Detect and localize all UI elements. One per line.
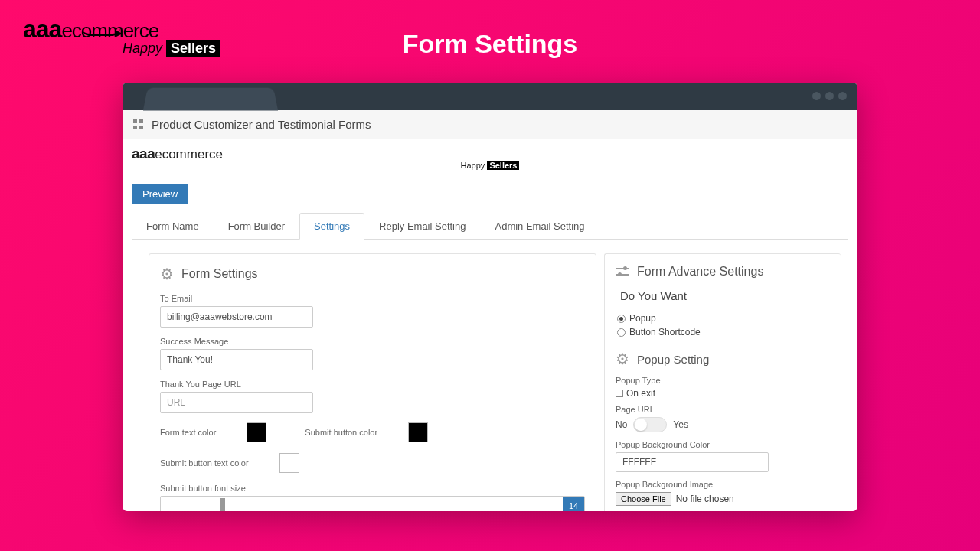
to-email-input[interactable] [160,306,313,328]
form-text-color-swatch[interactable] [247,422,266,442]
page-url-toggle[interactable] [633,417,667,432]
advance-settings-panel: Form Advance Settings Do You Want Popup … [604,253,841,511]
sliders-icon [616,266,629,277]
font-size-label: Submit button font size [160,484,585,493]
tab-admin-email[interactable]: Admin Email Setting [480,213,599,240]
popup-setting-title: Popup Setting [637,353,709,366]
checkbox-icon [616,390,623,397]
preview-button[interactable]: Preview [132,184,188,204]
page-url-label: Page URL [616,405,836,414]
smile-icon [82,28,120,36]
choose-file-button[interactable]: Choose File [616,492,671,506]
popup-bg-color-input[interactable] [616,452,769,472]
file-status-text: No file chosen [676,494,734,504]
font-size-slider[interactable]: 14 [160,496,585,511]
font-size-value: 14 [563,497,584,511]
tab-reply-email[interactable]: Reply Email Setting [364,213,480,240]
tab-form-name[interactable]: Form Name [132,213,214,240]
tab-settings[interactable]: Settings [299,213,364,240]
submit-text-color-label: Submit button text color [160,458,249,468]
inner-brand-logo: aaaecommerce Happy Sellers [132,145,848,170]
logo-sellers: Sellers [166,40,220,57]
thankyou-url-input[interactable] [160,392,313,413]
submit-text-color-swatch[interactable] [279,453,299,473]
popup-type-label: Popup Type [616,376,836,385]
toggle-no-label: No [616,419,627,430]
toggle-yes-label: Yes [673,419,688,430]
gear-icon: ⚙ [160,265,174,283]
advance-settings-title: Form Advance Settings [637,265,763,279]
radio-icon [617,315,626,323]
browser-tab[interactable] [143,88,278,111]
gear-icon: ⚙ [616,350,629,368]
tab-form-builder[interactable]: Form Builder [214,213,299,240]
popup-bg-image-label: Popup Background Image [616,480,836,489]
popup-bg-color-label: Popup Background Color [616,440,836,449]
window-controls[interactable] [812,92,847,100]
app-grid-icon [133,119,144,130]
to-email-label: To Email [160,294,585,303]
do-you-want-heading: Do You Want [620,289,836,302]
submit-button-color-swatch[interactable] [408,422,428,442]
submit-button-color-label: Submit button color [305,428,377,437]
radio-shortcode[interactable]: Button Shortcode [617,327,836,337]
form-settings-panel: ⚙ Form Settings To Email Success Message… [149,253,596,511]
radio-icon [617,328,626,337]
app-header: Product Customizer and Testimonial Forms [122,110,858,139]
brand-logo: aaaecommerce Happy Sellers [23,15,220,57]
form-settings-title: Form Settings [181,267,258,281]
radio-popup[interactable]: Popup [617,313,836,324]
on-exit-checkbox[interactable]: On exit [616,388,836,399]
slider-handle[interactable] [220,498,225,511]
browser-titlebar [122,83,858,110]
success-message-label: Success Message [160,337,585,346]
logo-happy: Happy [122,41,162,56]
logo-aaa: aaa [23,15,61,43]
app-title: Product Customizer and Testimonial Forms [152,118,371,131]
thankyou-url-label: Thank You Page URL [160,380,585,389]
browser-window: Product Customizer and Testimonial Forms… [122,83,858,511]
form-text-color-label: Form text color [160,428,216,437]
tab-bar: Form Name Form Builder Settings Reply Em… [132,212,848,240]
page-title: Form Settings [403,29,578,59]
success-message-input[interactable] [160,349,313,370]
